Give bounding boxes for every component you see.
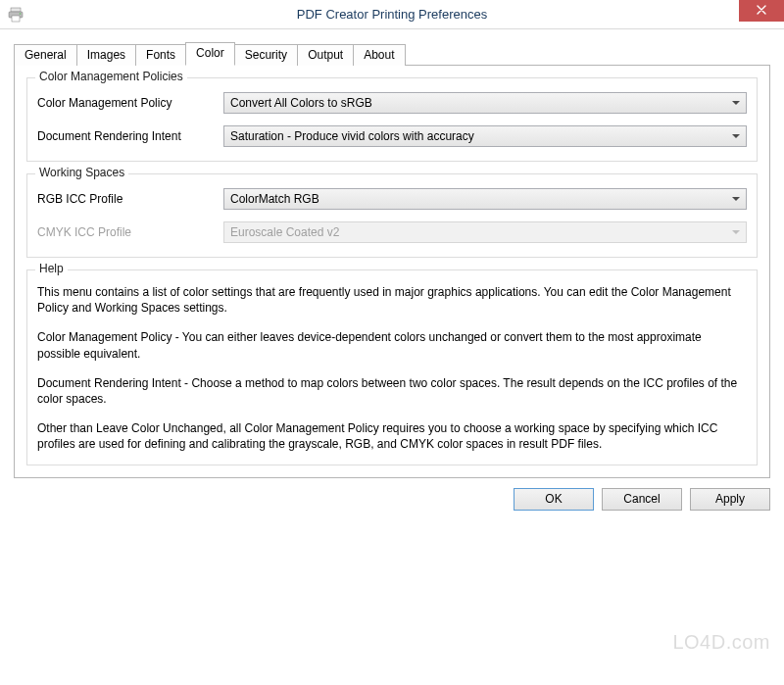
- window-title: PDF Creator Printing Preferences: [0, 7, 784, 22]
- select-rgb-icc-profile-value: ColorMatch RGB: [230, 192, 319, 206]
- printer-icon: [8, 7, 24, 23]
- group-color-management-policies: Color Management Policies Color Manageme…: [26, 77, 758, 162]
- tab-fonts[interactable]: Fonts: [135, 44, 186, 66]
- select-color-management-policy-value: Convert All Colors to sRGB: [230, 96, 372, 110]
- close-icon: [757, 4, 766, 18]
- svg-point-3: [20, 13, 22, 15]
- tab-general[interactable]: General: [14, 44, 77, 66]
- apply-button[interactable]: Apply: [690, 488, 770, 511]
- dialog-button-row: OK Cancel Apply: [0, 478, 784, 522]
- tab-output[interactable]: Output: [297, 44, 354, 66]
- help-text: This menu contains a list of color setti…: [37, 284, 747, 453]
- chevron-down-icon: [732, 197, 740, 201]
- svg-rect-0: [11, 8, 21, 12]
- tab-panel-color: Color Management Policies Color Manageme…: [14, 65, 770, 478]
- tab-about[interactable]: About: [353, 44, 405, 66]
- row-color-management-policy: Color Management Policy Convert All Colo…: [37, 92, 747, 114]
- cancel-button[interactable]: Cancel: [602, 488, 682, 511]
- label-cmyk-icc-profile: CMYK ICC Profile: [37, 225, 223, 239]
- chevron-down-icon: [732, 134, 740, 138]
- group-working-spaces: Working Spaces RGB ICC Profile ColorMatc…: [26, 173, 758, 258]
- label-rgb-icc-profile: RGB ICC Profile: [37, 192, 223, 206]
- help-paragraph-3: Document Rendering Intent - Choose a met…: [37, 375, 747, 407]
- select-cmyk-icc-profile: Euroscale Coated v2: [223, 221, 747, 243]
- tab-strip: General Images Fonts Color Security Outp…: [14, 41, 770, 65]
- tab-color[interactable]: Color: [185, 42, 235, 66]
- group-help: Help This menu contains a list of color …: [26, 269, 758, 465]
- row-document-rendering-intent: Document Rendering Intent Saturation - P…: [37, 125, 747, 147]
- chevron-down-icon: [732, 230, 740, 234]
- select-document-rendering-intent[interactable]: Saturation - Produce vivid colors with a…: [223, 125, 747, 147]
- close-button[interactable]: [739, 0, 784, 22]
- legend-color-management-policies: Color Management Policies: [35, 70, 187, 83]
- select-rgb-icc-profile[interactable]: ColorMatch RGB: [223, 188, 747, 210]
- title-bar: PDF Creator Printing Preferences: [0, 0, 784, 29]
- label-color-management-policy: Color Management Policy: [37, 96, 223, 110]
- select-document-rendering-intent-value: Saturation - Produce vivid colors with a…: [230, 129, 474, 143]
- select-color-management-policy[interactable]: Convert All Colors to sRGB: [223, 92, 747, 114]
- row-cmyk-icc-profile: CMYK ICC Profile Euroscale Coated v2: [37, 221, 747, 243]
- select-cmyk-icc-profile-value: Euroscale Coated v2: [230, 225, 339, 239]
- watermark: LO4D.com: [672, 631, 770, 654]
- row-rgb-icc-profile: RGB ICC Profile ColorMatch RGB: [37, 188, 747, 210]
- help-paragraph-4: Other than Leave Color Unchanged, all Co…: [37, 420, 747, 452]
- legend-help: Help: [35, 262, 68, 275]
- ok-button[interactable]: OK: [514, 488, 594, 511]
- tab-security[interactable]: Security: [234, 44, 298, 66]
- dialog-body: General Images Fonts Color Security Outp…: [0, 29, 784, 478]
- legend-working-spaces: Working Spaces: [35, 166, 128, 179]
- label-document-rendering-intent: Document Rendering Intent: [37, 129, 223, 143]
- help-paragraph-2: Color Management Policy - You can either…: [37, 329, 747, 361]
- chevron-down-icon: [732, 101, 740, 105]
- tab-images[interactable]: Images: [76, 44, 136, 66]
- svg-rect-2: [12, 16, 20, 22]
- help-paragraph-1: This menu contains a list of color setti…: [37, 284, 747, 316]
